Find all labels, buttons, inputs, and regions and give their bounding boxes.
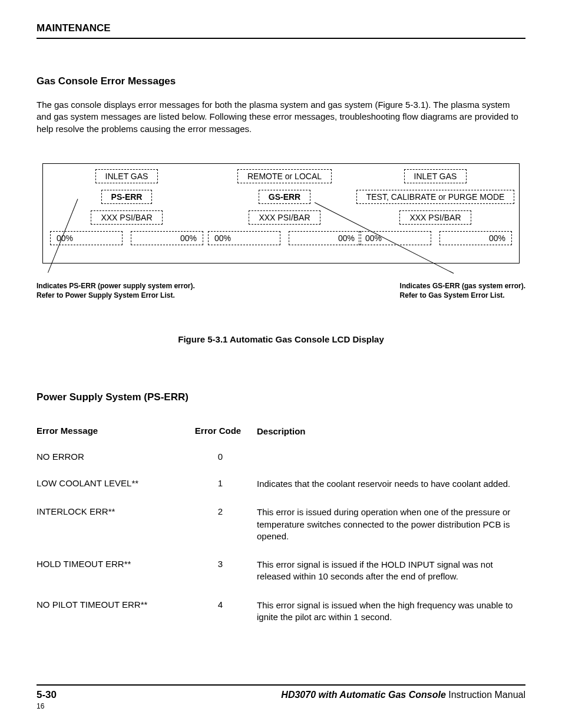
cell-code: 1 — [186, 478, 250, 488]
footer-rule — [37, 684, 525, 686]
table-header-row: Error Message Error Code Description — [37, 426, 525, 437]
table-row: HOLD TIMEOUT ERR** 3 This error signal i… — [37, 559, 525, 583]
diagram-cell: REMOTE or LOCAL — [237, 169, 332, 183]
diagram-cell: 00% — [289, 231, 361, 245]
cell-desc: Indicates that the coolant reservoir nee… — [250, 478, 525, 490]
diagram-cell-ps-err: PS-ERR — [101, 190, 153, 204]
col-header-desc: Description — [250, 426, 525, 437]
table-row: INTERLOCK ERR** 2 This error is issued d… — [37, 506, 525, 542]
section-heading-gas-console: Gas Console Error Messages — [37, 75, 525, 87]
footer-machine-name: HD3070 with Automatic Gas Console — [281, 690, 445, 700]
cell-message: LOW COOLANT LEVEL** — [37, 478, 186, 488]
diagram-cell: XXX PSI/BAR — [399, 210, 471, 225]
diagram-cell: INLET GAS — [404, 169, 467, 183]
footer-manual-label: Instruction Manual — [446, 690, 525, 700]
cell-desc: This error signal is issued if the HOLD … — [250, 559, 525, 583]
diagram-col-3: INLET GAS TEST, CALIBRATE or PURGE MODE … — [359, 169, 512, 245]
col-header-code: Error Code — [186, 426, 250, 436]
callout-ps-err: Indicates PS-ERR (power supply system er… — [37, 281, 195, 300]
section-heading-ps-err: Power Supply System (PS-ERR) — [37, 391, 525, 403]
cell-code: 0 — [186, 452, 250, 462]
diagram-cell: 00% — [439, 231, 512, 245]
cell-code: 3 — [186, 559, 250, 569]
cell-message: NO ERROR — [37, 452, 186, 462]
sub-page-number: 16 — [37, 702, 525, 710]
diagram-frame: INLET GAS PS-ERR XXX PSI/BAR 00% 00% REM… — [42, 163, 520, 263]
diagram-cell: XXX PSI/BAR — [91, 210, 162, 225]
cell-desc: This error signal is issued when the hig… — [250, 599, 525, 624]
error-table: Error Message Error Code Description NO … — [37, 426, 525, 623]
diagram-cell: XXX PSI/BAR — [249, 210, 320, 225]
cell-message: NO PILOT TIMEOUT ERR** — [37, 599, 186, 610]
diagram-cell-gs-err: GS-ERR — [259, 190, 310, 204]
cell-desc: This error is issued during operation wh… — [250, 506, 525, 542]
diagram-cell: 00% — [208, 231, 280, 245]
col-header-message: Error Message — [37, 426, 186, 436]
page-header-title: MAINTENANCE — [37, 22, 525, 34]
cell-message: HOLD TIMEOUT ERR** — [37, 559, 186, 569]
callout-line: Refer to Power Supply System Error List. — [37, 291, 195, 300]
diagram-col-2: REMOTE or LOCAL GS-ERR XXX PSI/BAR 00% 0… — [208, 169, 361, 245]
diagram-col-1: INLET GAS PS-ERR XXX PSI/BAR 00% 00% — [50, 169, 203, 245]
diagram-cell: TEST, CALIBRATE or PURGE MODE — [356, 190, 515, 204]
cell-code: 4 — [186, 599, 250, 610]
lcd-diagram: INLET GAS PS-ERR XXX PSI/BAR 00% 00% REM… — [37, 163, 525, 299]
callout-gs-err: Indicates GS-ERR (gas system error). Ref… — [400, 281, 525, 300]
callout-line: Indicates GS-ERR (gas system error). — [400, 281, 525, 291]
page-footer: 5-30 HD3070 with Automatic Gas Console I… — [37, 684, 525, 710]
diagram-cell: 00% — [131, 231, 203, 245]
diagram-cell: INLET GAS — [95, 169, 158, 183]
cell-code: 2 — [186, 506, 250, 516]
table-row: LOW COOLANT LEVEL** 1 Indicates that the… — [37, 478, 525, 490]
table-row: NO ERROR 0 — [37, 452, 525, 462]
section-body-text: The gas console displays error messages … — [37, 99, 525, 135]
callout-line: Indicates PS-ERR (power supply system er… — [37, 281, 195, 291]
cell-message: INTERLOCK ERR** — [37, 506, 186, 516]
header-rule — [37, 38, 525, 39]
footer-manual-title: HD3070 with Automatic Gas Console Instru… — [281, 690, 525, 700]
figure-caption: Figure 5-3.1 Automatic Gas Console LCD D… — [37, 334, 525, 344]
callout-line: Refer to Gas System Error List. — [400, 291, 525, 300]
page-number: 5-30 — [37, 689, 57, 701]
table-row: NO PILOT TIMEOUT ERR** 4 This error sign… — [37, 599, 525, 624]
